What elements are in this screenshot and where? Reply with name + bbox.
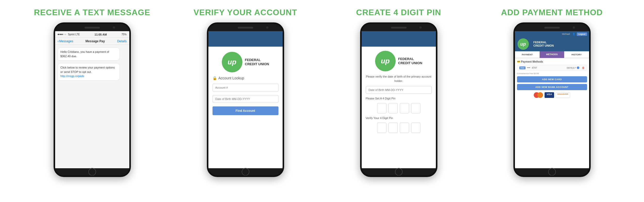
screen-1: Sprint LTE 11:05 AM 75% ‹ Messages Messa… — [55, 31, 129, 168]
tab-methods[interactable]: METHODS — [540, 51, 564, 58]
logo-circle-3: up — [375, 51, 396, 71]
screen-2: up FEDERAL CREDIT UNION 🔒 Account Lookup — [208, 31, 283, 168]
step-4: ADD PAYMENT METHOD Michael 👤 Logout up — [480, 8, 624, 177]
default-badge: DEFAULT — [567, 66, 579, 69]
brand-line2-2: CREDIT UNION — [245, 62, 269, 66]
sms-bubble-2: Click below to review your payment optio… — [58, 63, 120, 81]
phone-2: up FEDERAL CREDIT UNION 🔒 Account Lookup — [207, 22, 284, 177]
phone-1: Sprint LTE 11:05 AM 75% ‹ Messages Messa… — [54, 22, 131, 177]
logo-circle-4: up — [518, 38, 529, 50]
step-4-title: ADD PAYMENT METHOD — [501, 8, 603, 17]
pin-instruction: Please verify the date of birth of the p… — [366, 74, 432, 83]
pay-logo-bar: up FEDERAL CREDIT UNION — [515, 37, 589, 51]
card-dots: •••• — [527, 66, 530, 69]
pin-body: up FEDERAL CREDIT UNION Please verify th… — [362, 47, 436, 168]
speaker-4 — [544, 27, 560, 29]
home-button-4[interactable] — [548, 168, 556, 176]
payment-methods-section: 💳 Payment Methods — [517, 60, 587, 63]
pin-header — [362, 31, 436, 47]
verify-pin-box-4[interactable] — [411, 123, 420, 133]
sms-messages-area: Hello Cristiano, you have a payment of $… — [55, 45, 129, 168]
account-number-input[interactable] — [213, 84, 278, 91]
set-pin-label: Please Set A 4 Digit Pin — [366, 97, 396, 100]
set-pin-boxes — [377, 103, 420, 113]
logo-row-3: up FEDERAL CREDIT UNION — [375, 51, 422, 71]
card-brand-badge: VISA — [519, 66, 526, 69]
brand-line1-4: FEDERAL — [533, 41, 554, 44]
step-1-title: RECEIVE A TEXT MESSAGE — [34, 8, 150, 17]
carrier-label: Sprint LTE — [68, 33, 80, 36]
logo-circle-2: up — [222, 52, 242, 72]
pay-top-bar: Michael 👤 Logout — [515, 31, 589, 37]
sms-header-title: Message Pay — [86, 39, 105, 43]
username-label: Michael — [562, 33, 570, 35]
pin-box-4[interactable] — [411, 103, 420, 113]
camera-1 — [113, 27, 115, 29]
credit-card-icon: 💳 — [517, 60, 520, 63]
phone-bottom-2 — [208, 168, 283, 175]
main-container: RECEIVE A TEXT MESSAGE — [0, 0, 644, 202]
brand-text-block-2: FEDERAL CREDIT UNION — [245, 58, 269, 66]
logout-button[interactable]: Logout — [577, 32, 587, 36]
verify-pin-box-1[interactable] — [377, 123, 386, 133]
lookup-body: up FEDERAL CREDIT UNION 🔒 Account Lookup — [208, 47, 283, 168]
phone-top-3 — [362, 24, 436, 31]
radio-dot — [577, 66, 579, 69]
brand-text-block-3: FEDERAL CREDIT UNION — [398, 57, 422, 65]
speaker-2 — [238, 27, 253, 29]
home-button-1[interactable] — [88, 168, 96, 176]
phone-4: Michael 👤 Logout up FEDERAL CREDIT UNION — [513, 22, 591, 177]
brand-line1-2: FEDERAL — [245, 58, 269, 62]
add-new-card-button[interactable]: ADD NEW CARD — [517, 76, 587, 82]
sms-details-btn[interactable]: Details — [117, 39, 127, 43]
discover-icon: DISCOVER — [556, 92, 570, 98]
camera-4 — [573, 27, 575, 29]
screen-4: Michael 👤 Logout up FEDERAL CREDIT UNION — [515, 31, 589, 168]
battery-label: 75% — [121, 33, 126, 36]
dob-input-pin[interactable] — [366, 86, 432, 94]
tab-payment[interactable]: PAYMENT — [515, 51, 540, 58]
verify-pin-label: Verify Your 4 Digit Pin — [366, 116, 393, 120]
camera-3 — [419, 27, 422, 29]
card-row: VISA •••• 4747 DEFAULT 🗑 — [517, 65, 587, 71]
verify-pin-box-2[interactable] — [388, 123, 398, 133]
tab-history[interactable]: HISTORY — [564, 51, 589, 58]
sms-status-bar: Sprint LTE 11:05 AM 75% — [55, 31, 129, 38]
add-new-bank-button[interactable]: ADD NEW BANK ACCOUNT — [517, 84, 587, 90]
screen-3: up FEDERAL CREDIT UNION Please verify th… — [362, 31, 436, 168]
pin-box-1[interactable] — [377, 103, 386, 113]
phone-top-1 — [55, 24, 129, 31]
sms-link[interactable]: http://msgp.io/pkds — [61, 74, 84, 78]
logo-up-text-3: up — [381, 57, 389, 65]
signal-dots — [58, 34, 66, 35]
home-button-2[interactable] — [242, 168, 249, 176]
phone-bottom-1 — [55, 168, 129, 175]
pin-box-2[interactable] — [388, 103, 398, 113]
convenience-fee: Convenience Fee $5.99 — [517, 72, 587, 75]
phone-top-4 — [515, 24, 589, 31]
delete-card-icon[interactable]: 🗑 — [582, 66, 585, 69]
messages-label[interactable]: Messages — [59, 39, 73, 43]
brand-line1-3: FEDERAL — [398, 57, 422, 61]
phone-bottom-3 — [362, 168, 436, 175]
card-last4: 4747 — [532, 66, 537, 69]
lock-icon: 🔒 — [213, 76, 217, 80]
sms-back-btn[interactable]: ‹ Messages — [58, 39, 73, 43]
find-account-button[interactable]: Find Account — [213, 106, 278, 115]
logo-row-2: up FEDERAL CREDIT UNION — [222, 52, 269, 72]
verify-pin-boxes — [377, 123, 420, 133]
lookup-header — [208, 31, 283, 47]
pay-nav-tabs: PAYMENT METHODS HISTORY — [515, 51, 589, 58]
step-1: RECEIVE A TEXT MESSAGE — [20, 8, 164, 177]
camera-2 — [266, 27, 268, 29]
step-2: VERIFY YOUR ACCOUNT up FEDERAL CRED — [173, 8, 318, 177]
phone-3: up FEDERAL CREDIT UNION Please verify th… — [360, 22, 437, 177]
step-3-title: CREATE 4 DIGIT PIN — [356, 8, 441, 17]
sms-header: ‹ Messages Message Pay Details — [55, 38, 129, 45]
pin-box-3[interactable] — [400, 103, 409, 113]
dob-input-lookup[interactable] — [213, 95, 278, 103]
phone-bottom-4 — [515, 168, 589, 175]
verify-pin-box-3[interactable] — [400, 123, 409, 133]
home-button-3[interactable] — [395, 168, 403, 176]
brand-text-block-4: FEDERAL CREDIT UNION — [533, 41, 554, 47]
